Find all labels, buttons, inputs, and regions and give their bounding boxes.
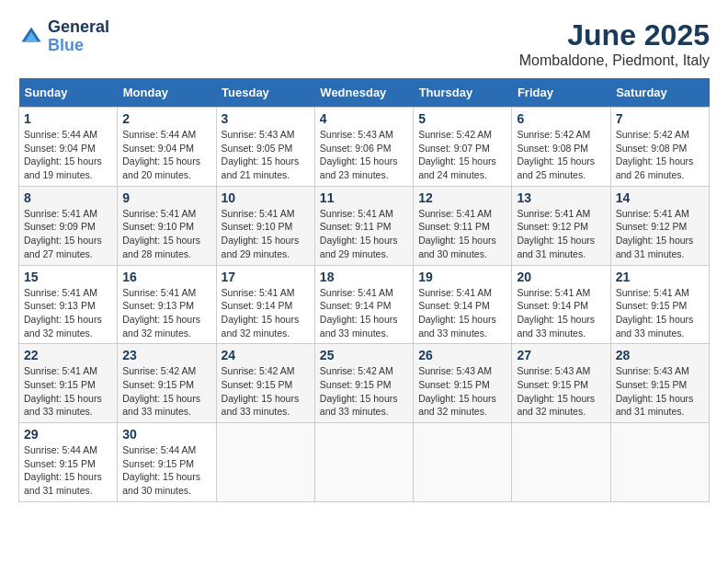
header-monday: Monday xyxy=(118,78,216,108)
calendar-cell: 17Sunrise: 5:41 AM Sunset: 9:14 PM Dayli… xyxy=(216,265,314,344)
day-info: Sunrise: 5:41 AM Sunset: 9:15 PM Dayligh… xyxy=(24,364,112,419)
calendar-week-row: 8Sunrise: 5:41 AM Sunset: 9:09 PM Daylig… xyxy=(19,186,710,265)
logo-text: General Blue xyxy=(48,18,109,55)
calendar-cell: 30Sunrise: 5:44 AM Sunset: 9:15 PM Dayli… xyxy=(118,423,216,502)
logo: General Blue xyxy=(18,18,109,55)
day-info: Sunrise: 5:41 AM Sunset: 9:11 PM Dayligh… xyxy=(418,207,506,261)
day-number: 18 xyxy=(320,270,408,284)
day-number: 25 xyxy=(320,348,408,362)
day-number: 24 xyxy=(222,348,310,362)
day-info: Sunrise: 5:42 AM Sunset: 9:08 PM Dayligh… xyxy=(517,128,605,182)
day-info: Sunrise: 5:41 AM Sunset: 9:10 PM Dayligh… xyxy=(222,207,310,261)
calendar-cell: 12Sunrise: 5:41 AM Sunset: 9:11 PM Dayli… xyxy=(414,186,512,265)
calendar-cell: 5Sunrise: 5:42 AM Sunset: 9:07 PM Daylig… xyxy=(414,108,512,187)
calendar-cell: 3Sunrise: 5:43 AM Sunset: 9:05 PM Daylig… xyxy=(216,108,314,187)
day-number: 27 xyxy=(517,348,605,362)
header-saturday: Saturday xyxy=(610,78,709,108)
day-info: Sunrise: 5:44 AM Sunset: 9:15 PM Dayligh… xyxy=(24,443,112,498)
calendar-cell: 14Sunrise: 5:41 AM Sunset: 9:12 PM Dayli… xyxy=(610,186,709,265)
calendar-cell xyxy=(414,423,512,502)
day-number: 6 xyxy=(517,111,605,126)
logo-icon xyxy=(18,24,44,50)
day-info: Sunrise: 5:42 AM Sunset: 9:07 PM Dayligh… xyxy=(418,128,506,182)
day-info: Sunrise: 5:41 AM Sunset: 9:14 PM Dayligh… xyxy=(320,286,408,340)
calendar-cell xyxy=(512,423,610,502)
calendar-cell: 2Sunrise: 5:44 AM Sunset: 9:04 PM Daylig… xyxy=(118,108,216,187)
calendar-cell xyxy=(314,423,413,502)
calendar-cell: 16Sunrise: 5:41 AM Sunset: 9:13 PM Dayli… xyxy=(118,265,216,344)
day-number: 10 xyxy=(222,190,310,205)
month-year: June 2025 xyxy=(519,18,710,52)
day-number: 26 xyxy=(418,348,506,362)
day-number: 23 xyxy=(122,348,210,362)
day-number: 13 xyxy=(517,190,605,205)
header-sunday: Sunday xyxy=(19,78,118,108)
day-number: 20 xyxy=(517,270,605,284)
calendar-cell xyxy=(610,423,709,502)
calendar-cell: 22Sunrise: 5:41 AM Sunset: 9:15 PM Dayli… xyxy=(19,344,118,423)
day-number: 21 xyxy=(616,270,704,284)
day-info: Sunrise: 5:42 AM Sunset: 9:15 PM Dayligh… xyxy=(122,364,210,419)
header-thursday: Thursday xyxy=(414,78,512,108)
location: Mombaldone, Piedmont, Italy xyxy=(519,52,710,69)
day-info: Sunrise: 5:43 AM Sunset: 9:15 PM Dayligh… xyxy=(616,364,704,419)
day-info: Sunrise: 5:42 AM Sunset: 9:08 PM Dayligh… xyxy=(616,128,704,182)
day-info: Sunrise: 5:41 AM Sunset: 9:12 PM Dayligh… xyxy=(517,207,605,261)
calendar-cell: 10Sunrise: 5:41 AM Sunset: 9:10 PM Dayli… xyxy=(216,186,314,265)
day-info: Sunrise: 5:42 AM Sunset: 9:15 PM Dayligh… xyxy=(222,364,310,419)
header-tuesday: Tuesday xyxy=(216,78,314,108)
calendar-cell: 27Sunrise: 5:43 AM Sunset: 9:15 PM Dayli… xyxy=(512,344,610,423)
day-info: Sunrise: 5:44 AM Sunset: 9:04 PM Dayligh… xyxy=(24,128,112,182)
calendar-header-row: SundayMondayTuesdayWednesdayThursdayFrid… xyxy=(19,78,710,108)
calendar-cell: 24Sunrise: 5:42 AM Sunset: 9:15 PM Dayli… xyxy=(216,344,314,423)
day-info: Sunrise: 5:41 AM Sunset: 9:09 PM Dayligh… xyxy=(24,207,112,261)
day-info: Sunrise: 5:41 AM Sunset: 9:14 PM Dayligh… xyxy=(517,286,605,340)
calendar-cell: 1Sunrise: 5:44 AM Sunset: 9:04 PM Daylig… xyxy=(19,108,118,187)
day-number: 1 xyxy=(24,111,112,126)
calendar-cell: 7Sunrise: 5:42 AM Sunset: 9:08 PM Daylig… xyxy=(610,108,709,187)
calendar-cell: 23Sunrise: 5:42 AM Sunset: 9:15 PM Dayli… xyxy=(118,344,216,423)
day-info: Sunrise: 5:41 AM Sunset: 9:13 PM Dayligh… xyxy=(24,286,112,340)
day-info: Sunrise: 5:41 AM Sunset: 9:13 PM Dayligh… xyxy=(122,286,210,340)
calendar-week-row: 22Sunrise: 5:41 AM Sunset: 9:15 PM Dayli… xyxy=(19,344,710,423)
day-info: Sunrise: 5:41 AM Sunset: 9:12 PM Dayligh… xyxy=(616,207,704,261)
day-number: 11 xyxy=(320,190,408,205)
day-number: 12 xyxy=(418,190,506,205)
title-area: June 2025 Mombaldone, Piedmont, Italy xyxy=(519,18,710,69)
day-info: Sunrise: 5:41 AM Sunset: 9:11 PM Dayligh… xyxy=(320,207,408,261)
day-number: 22 xyxy=(24,348,112,362)
day-info: Sunrise: 5:43 AM Sunset: 9:06 PM Dayligh… xyxy=(320,128,408,182)
header-wednesday: Wednesday xyxy=(314,78,413,108)
day-info: Sunrise: 5:41 AM Sunset: 9:10 PM Dayligh… xyxy=(122,207,210,261)
day-number: 7 xyxy=(616,111,704,126)
page-header: General Blue June 2025 Mombaldone, Piedm… xyxy=(18,18,710,69)
calendar-cell: 25Sunrise: 5:42 AM Sunset: 9:15 PM Dayli… xyxy=(314,344,413,423)
day-number: 14 xyxy=(616,190,704,205)
day-number: 15 xyxy=(24,270,112,284)
day-number: 16 xyxy=(122,270,210,284)
day-info: Sunrise: 5:41 AM Sunset: 9:14 PM Dayligh… xyxy=(222,286,310,340)
day-info: Sunrise: 5:43 AM Sunset: 9:05 PM Dayligh… xyxy=(222,128,310,182)
calendar-table: SundayMondayTuesdayWednesdayThursdayFrid… xyxy=(18,78,710,502)
day-info: Sunrise: 5:44 AM Sunset: 9:04 PM Dayligh… xyxy=(122,128,210,182)
day-number: 30 xyxy=(122,427,210,442)
calendar-week-row: 15Sunrise: 5:41 AM Sunset: 9:13 PM Dayli… xyxy=(19,265,710,344)
day-info: Sunrise: 5:43 AM Sunset: 9:15 PM Dayligh… xyxy=(418,364,506,419)
day-number: 2 xyxy=(122,111,210,126)
day-number: 9 xyxy=(122,190,210,205)
calendar-cell: 8Sunrise: 5:41 AM Sunset: 9:09 PM Daylig… xyxy=(19,186,118,265)
calendar-cell: 21Sunrise: 5:41 AM Sunset: 9:15 PM Dayli… xyxy=(610,265,709,344)
day-number: 17 xyxy=(222,270,310,284)
calendar-week-row: 29Sunrise: 5:44 AM Sunset: 9:15 PM Dayli… xyxy=(19,423,710,502)
day-number: 28 xyxy=(616,348,704,362)
calendar-cell: 15Sunrise: 5:41 AM Sunset: 9:13 PM Dayli… xyxy=(19,265,118,344)
header-friday: Friday xyxy=(512,78,610,108)
calendar-cell: 6Sunrise: 5:42 AM Sunset: 9:08 PM Daylig… xyxy=(512,108,610,187)
day-number: 4 xyxy=(320,111,408,126)
day-info: Sunrise: 5:42 AM Sunset: 9:15 PM Dayligh… xyxy=(320,364,408,419)
calendar-cell: 26Sunrise: 5:43 AM Sunset: 9:15 PM Dayli… xyxy=(414,344,512,423)
day-info: Sunrise: 5:41 AM Sunset: 9:15 PM Dayligh… xyxy=(616,286,704,340)
calendar-cell xyxy=(216,423,314,502)
calendar-cell: 11Sunrise: 5:41 AM Sunset: 9:11 PM Dayli… xyxy=(314,186,413,265)
calendar-week-row: 1Sunrise: 5:44 AM Sunset: 9:04 PM Daylig… xyxy=(19,108,710,187)
